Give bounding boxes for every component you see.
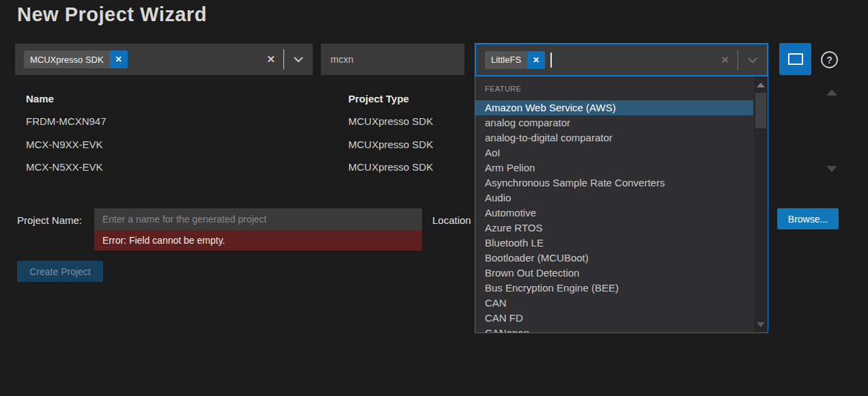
- chevron-down-icon[interactable]: [738, 57, 767, 63]
- dropdown-item[interactable]: Asynchronous Sample Rate Converters: [475, 175, 753, 190]
- dropdown-item[interactable]: analog comparator: [475, 115, 753, 130]
- dropdown-scrollbar[interactable]: [754, 76, 768, 333]
- browse-button[interactable]: Browse...: [777, 208, 839, 229]
- column-header-project-type: Project Type: [348, 93, 409, 104]
- dropdown-item[interactable]: Bootloader (MCUBoot): [475, 251, 753, 266]
- dropdown-item[interactable]: Audio: [475, 190, 753, 206]
- dropdown-item[interactable]: CANopen: [475, 326, 753, 333]
- sdk-filter-combobox[interactable]: MCUXpresso SDK ✕ ✕: [15, 44, 313, 75]
- table-row-type[interactable]: MCUXpresso SDK: [348, 161, 433, 173]
- dropdown-item[interactable]: CAN FD: [475, 311, 753, 326]
- toggle-panel-button[interactable]: [779, 43, 811, 75]
- feature-filter-tag-label: LittleFS: [485, 51, 527, 69]
- feature-filter-tag: LittleFS ✕: [485, 51, 545, 69]
- text-cursor: [550, 53, 552, 68]
- location-label: Location: [432, 214, 471, 226]
- dropdown-item-selected[interactable]: Amazon Web Service (AWS): [475, 100, 753, 115]
- sdk-filter-tag: MCUXpresso SDK ✕: [24, 51, 128, 68]
- sdk-combo-controls: ✕: [258, 44, 313, 75]
- dropdown-item[interactable]: Arm Pelion: [475, 160, 753, 175]
- new-project-wizard-page: New Project Wizard MCUXpresso SDK ✕ ✕ Li…: [0, 0, 868, 396]
- feature-combo-controls: ✕: [712, 44, 767, 75]
- project-name-input[interactable]: [94, 208, 422, 230]
- create-project-button[interactable]: Create Project: [17, 261, 103, 282]
- scroll-down-icon[interactable]: [757, 322, 765, 327]
- scroll-down-icon[interactable]: [826, 166, 837, 172]
- window-icon: [788, 53, 803, 65]
- dropdown-group-label: FEATURE: [485, 85, 521, 93]
- board-search-input[interactable]: [321, 44, 464, 75]
- dropdown-item[interactable]: Brown Out Detection: [475, 266, 753, 281]
- sdk-filter-tag-label: MCUXpresso SDK: [24, 51, 110, 68]
- remove-feature-tag-icon[interactable]: ✕: [527, 51, 545, 69]
- table-row-name[interactable]: MCX-N5XX-EVK: [26, 161, 103, 173]
- dropdown-item[interactable]: CAN: [475, 296, 753, 311]
- dropdown-item[interactable]: Azure RTOS: [475, 221, 753, 236]
- remove-sdk-tag-icon[interactable]: ✕: [110, 51, 128, 68]
- clear-sdk-filter-icon[interactable]: ✕: [258, 53, 283, 66]
- feature-filter-combobox[interactable]: LittleFS ✕ ✕: [475, 43, 768, 76]
- dropdown-item[interactable]: Automotive: [475, 206, 753, 221]
- table-row-type[interactable]: MCUXpresso SDK: [348, 115, 433, 127]
- dropdown-item[interactable]: Bluetooth LE: [475, 236, 753, 251]
- clear-feature-filter-icon[interactable]: ✕: [712, 54, 738, 66]
- column-header-name: Name: [26, 93, 54, 104]
- project-name-label: Project Name:: [17, 214, 82, 226]
- page-title: New Project Wizard: [17, 3, 207, 26]
- scroll-up-icon[interactable]: [757, 83, 765, 87]
- table-row-name[interactable]: FRDM-MCXN947: [26, 115, 107, 127]
- scroll-up-icon[interactable]: [826, 89, 837, 96]
- dropdown-items: Amazon Web Service (AWS) analog comparat…: [475, 100, 753, 333]
- table-row-type[interactable]: MCUXpresso SDK: [348, 139, 433, 150]
- table-row-name[interactable]: MCX-N9XX-EVK: [26, 139, 103, 150]
- scrollbar-thumb[interactable]: [755, 93, 766, 128]
- feature-dropdown-list: FEATURE Amazon Web Service (AWS) analog …: [475, 76, 768, 333]
- dropdown-item[interactable]: AoI: [475, 145, 753, 160]
- dropdown-item[interactable]: Bus Encryption Engine (BEE): [475, 281, 753, 296]
- validation-error-message: Error: Field cannot be empty.: [94, 230, 422, 251]
- chevron-down-icon[interactable]: [284, 56, 313, 63]
- help-button[interactable]: ?: [821, 51, 838, 68]
- dropdown-item[interactable]: analog-to-digital comparator: [475, 130, 753, 145]
